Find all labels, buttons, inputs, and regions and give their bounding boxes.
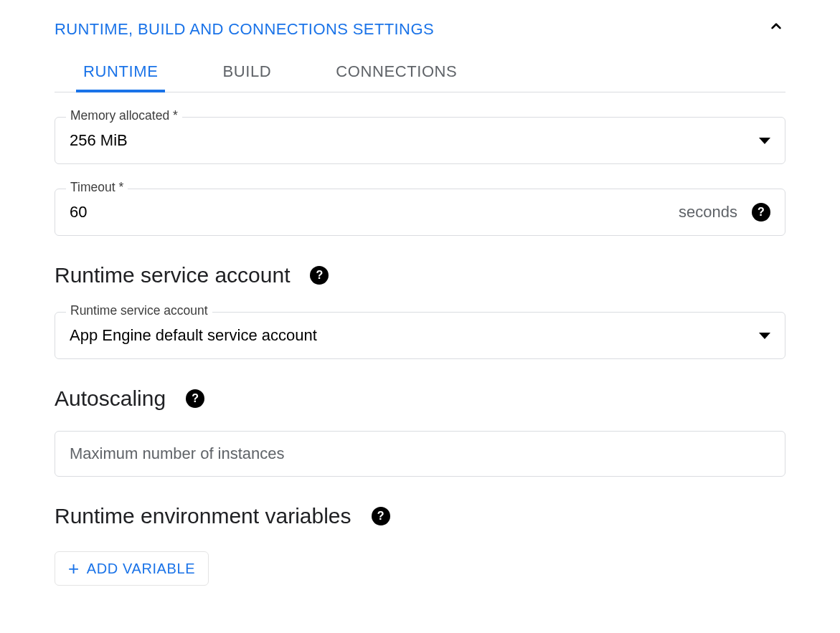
timeout-field: Timeout * seconds ? (55, 189, 785, 236)
dropdown-caret-icon (759, 333, 770, 339)
tab-runtime[interactable]: RUNTIME (76, 54, 165, 92)
timeout-suffix: seconds (679, 203, 737, 222)
help-icon[interactable]: ? (752, 203, 770, 222)
memory-select[interactable]: 256 MiB (55, 117, 785, 164)
memory-field: Memory allocated * 256 MiB (55, 117, 785, 164)
max-instances-input[interactable] (55, 431, 785, 477)
service-account-heading: Runtime service account (55, 263, 290, 287)
service-account-field: Runtime service account App Engine defau… (55, 312, 785, 359)
timeout-input[interactable] (70, 203, 679, 222)
timeout-box: seconds ? (55, 189, 785, 236)
service-account-label: Runtime service account (66, 303, 212, 318)
chevron-up-icon (767, 17, 785, 41)
tabs: RUNTIME BUILD CONNECTIONS (55, 54, 785, 92)
plus-icon: + (68, 559, 80, 578)
autoscaling-heading: Autoscaling (55, 386, 166, 411)
tab-build[interactable]: BUILD (215, 54, 278, 92)
service-account-heading-row: Runtime service account ? (55, 263, 785, 287)
service-account-select[interactable]: App Engine default service account (55, 312, 785, 359)
env-heading-row: Runtime environment variables ? (55, 504, 785, 528)
dropdown-caret-icon (759, 138, 770, 144)
add-variable-label: ADD VARIABLE (87, 561, 195, 577)
section-toggle-header[interactable]: RUNTIME, BUILD AND CONNECTIONS SETTINGS (55, 17, 785, 41)
help-icon[interactable]: ? (186, 389, 204, 408)
help-icon[interactable]: ? (310, 266, 329, 285)
env-heading: Runtime environment variables (55, 504, 351, 528)
add-variable-button[interactable]: + ADD VARIABLE (55, 551, 209, 586)
autoscaling-heading-row: Autoscaling ? (55, 386, 785, 411)
memory-label: Memory allocated * (66, 108, 182, 123)
memory-value: 256 MiB (70, 131, 759, 150)
section-title: RUNTIME, BUILD AND CONNECTIONS SETTINGS (55, 20, 434, 39)
help-icon[interactable]: ? (372, 507, 390, 525)
service-account-value: App Engine default service account (70, 326, 759, 345)
timeout-label: Timeout * (66, 180, 128, 195)
tab-connections[interactable]: CONNECTIONS (329, 54, 464, 92)
timeout-suffix-group: seconds ? (679, 203, 770, 222)
